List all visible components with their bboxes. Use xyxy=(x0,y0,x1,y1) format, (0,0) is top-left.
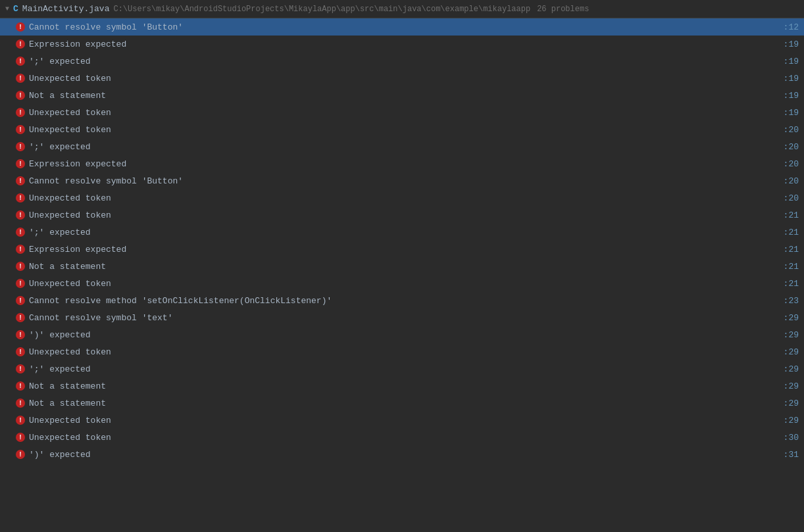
error-item[interactable]: !Not a statement:29 xyxy=(0,395,804,412)
error-icon: ! xyxy=(16,39,25,49)
error-item[interactable]: !Not a statement:19 xyxy=(0,87,804,104)
error-item[interactable]: !')' expected:29 xyxy=(0,326,804,343)
error-line-number: :29 xyxy=(784,399,799,408)
error-line-number: :20 xyxy=(784,125,799,135)
error-icon: ! xyxy=(16,159,25,168)
error-line-number: :20 xyxy=(784,159,799,169)
error-line-number: :29 xyxy=(784,416,799,425)
error-message: Cannot resolve symbol 'Button' xyxy=(29,22,778,32)
error-message: ';' expected xyxy=(29,228,778,237)
error-message: Not a statement xyxy=(29,91,778,101)
error-item[interactable]: !Cannot resolve symbol 'text':29 xyxy=(0,309,804,326)
error-icon: ! xyxy=(16,142,25,151)
error-icon: ! xyxy=(16,91,25,100)
problems-count: 26 problems xyxy=(537,5,589,14)
error-icon: ! xyxy=(16,296,25,305)
error-line-number: :30 xyxy=(784,433,799,443)
error-message: Expression expected xyxy=(29,39,778,49)
error-message: Expression expected xyxy=(29,159,778,169)
error-line-number: :21 xyxy=(784,245,799,254)
error-line-number: :21 xyxy=(784,262,799,272)
error-message: Expression expected xyxy=(29,245,778,254)
error-icon: ! xyxy=(16,245,25,254)
error-icon: ! xyxy=(16,108,25,117)
error-line-number: :20 xyxy=(784,193,799,203)
error-line-number: :21 xyxy=(784,210,799,220)
error-line-number: :29 xyxy=(784,381,799,391)
error-item[interactable]: !Unexpected token:21 xyxy=(0,206,804,224)
error-message: Unexpected token xyxy=(29,74,778,84)
file-name: MainActivity.java xyxy=(22,4,110,14)
file-path: C:\Users\mikay\AndroidStudioProjects\Mik… xyxy=(113,5,530,14)
error-item[interactable]: !Unexpected token:29 xyxy=(0,343,804,360)
error-icon: ! xyxy=(16,176,25,185)
error-icon: ! xyxy=(16,399,25,408)
error-message: Unexpected token xyxy=(29,433,778,443)
error-line-number: :19 xyxy=(784,108,799,118)
error-item[interactable]: !Unexpected token:19 xyxy=(0,70,804,87)
error-icon: ! xyxy=(16,330,25,339)
error-item[interactable]: !Unexpected token:21 xyxy=(0,275,804,292)
error-icon: ! xyxy=(16,364,25,374)
error-message: Unexpected token xyxy=(29,193,778,203)
error-icon: ! xyxy=(16,57,25,66)
error-line-number: :19 xyxy=(784,39,799,49)
error-item[interactable]: !Unexpected token:20 xyxy=(0,189,804,206)
error-message: ';' expected xyxy=(29,142,778,152)
error-item[interactable]: !Unexpected token:19 xyxy=(0,104,804,121)
error-message: Not a statement xyxy=(29,399,778,408)
error-item[interactable]: !';' expected:21 xyxy=(0,224,804,241)
error-item[interactable]: !Expression expected:21 xyxy=(0,241,804,258)
error-icon: ! xyxy=(16,279,25,288)
error-icon: ! xyxy=(16,228,25,237)
error-message: Unexpected token xyxy=(29,416,778,425)
error-item[interactable]: !Unexpected token:20 xyxy=(0,121,804,138)
error-line-number: :29 xyxy=(784,347,799,357)
error-message: ';' expected xyxy=(29,364,778,374)
error-message: Not a statement xyxy=(29,381,778,391)
error-item[interactable]: !Not a statement:21 xyxy=(0,258,804,275)
error-item[interactable]: !';' expected:29 xyxy=(0,360,804,377)
error-icon: ! xyxy=(16,416,25,425)
collapse-arrow-icon[interactable]: ▼ xyxy=(5,5,9,12)
error-item[interactable]: !Unexpected token:30 xyxy=(0,429,804,446)
error-message: Unexpected token xyxy=(29,347,778,357)
error-line-number: :20 xyxy=(784,176,799,186)
error-item[interactable]: !Unexpected token:29 xyxy=(0,412,804,429)
error-item[interactable]: !Expression expected:20 xyxy=(0,155,804,172)
error-item[interactable]: !Cannot resolve symbol 'Button':20 xyxy=(0,172,804,189)
error-line-number: :21 xyxy=(784,279,799,289)
error-line-number: :21 xyxy=(784,228,799,237)
error-line-number: :23 xyxy=(784,296,799,306)
error-line-number: :12 xyxy=(784,22,799,32)
error-item[interactable]: !Expression expected:19 xyxy=(0,36,804,53)
error-line-number: :19 xyxy=(784,57,799,66)
error-message: Cannot resolve method 'setOnClickListene… xyxy=(29,296,778,306)
error-message: ')' expected xyxy=(29,330,778,340)
error-icon: ! xyxy=(16,450,25,459)
error-icon: ! xyxy=(16,313,25,322)
error-item[interactable]: !Cannot resolve method 'setOnClickListen… xyxy=(0,292,804,309)
error-message: ';' expected xyxy=(29,57,778,66)
error-icon: ! xyxy=(16,193,25,203)
error-item[interactable]: !';' expected:19 xyxy=(0,53,804,70)
error-line-number: :29 xyxy=(784,313,799,323)
error-item[interactable]: !';' expected:20 xyxy=(0,138,804,155)
error-item[interactable]: !Not a statement:29 xyxy=(0,377,804,395)
error-line-number: :19 xyxy=(784,91,799,101)
error-message: Unexpected token xyxy=(29,210,778,220)
error-item[interactable]: !Cannot resolve symbol 'Button':12 xyxy=(0,18,804,36)
error-list: !Cannot resolve symbol 'Button':12!Expre… xyxy=(0,18,804,463)
error-icon: ! xyxy=(16,347,25,356)
error-item[interactable]: !')' expected:31 xyxy=(0,446,804,463)
error-message: Cannot resolve symbol 'Button' xyxy=(29,176,778,186)
error-message: Not a statement xyxy=(29,262,778,272)
error-line-number: :20 xyxy=(784,142,799,152)
file-type-icon: C xyxy=(13,4,18,14)
file-header: ▼ C MainActivity.java C:\Users\mikay\And… xyxy=(0,0,804,18)
error-icon: ! xyxy=(16,433,25,442)
error-message: Unexpected token xyxy=(29,108,778,118)
error-icon: ! xyxy=(16,262,25,271)
error-message: Unexpected token xyxy=(29,279,778,289)
error-message: Cannot resolve symbol 'text' xyxy=(29,313,778,323)
